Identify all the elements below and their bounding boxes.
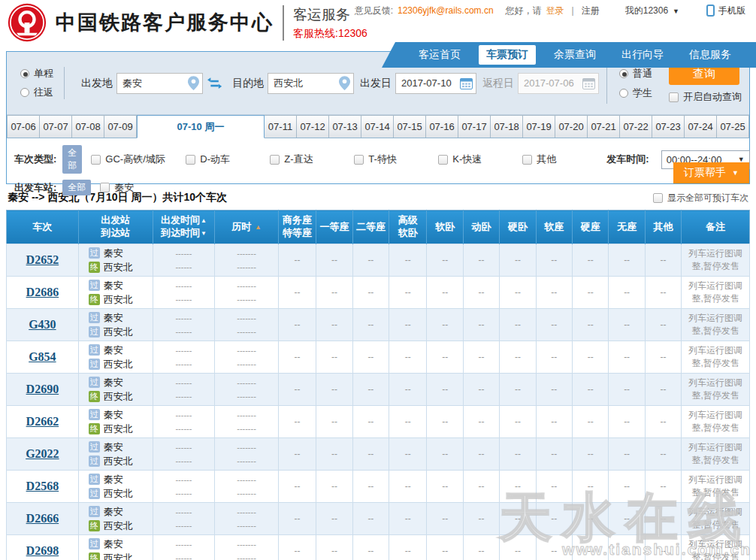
sort-desc-icon[interactable]: ▼ xyxy=(201,230,207,237)
checkbox-icon[interactable] xyxy=(100,183,110,192)
seat-availability-cell: -- xyxy=(573,277,609,309)
seat-availability-cell: -- xyxy=(389,244,427,277)
from-station-name: 秦安 xyxy=(104,375,123,389)
brand: 中国铁路客户服务中心 客运服务 客服热线:12306 xyxy=(8,3,367,42)
train-number-cell: D2698 xyxy=(7,535,79,560)
date-tab[interactable]: 07-06 xyxy=(7,115,40,138)
train-number-link[interactable]: G854 xyxy=(29,350,56,363)
train-number-link[interactable]: D2662 xyxy=(26,415,59,428)
my-12306-menu[interactable]: 我的12306▼ xyxy=(625,5,679,17)
filter-checkbox[interactable]: GC-高铁/城际 xyxy=(91,153,186,166)
location-pin-icon[interactable] xyxy=(188,76,199,90)
feedback-email-link[interactable]: 12306yjfk@rails.com.cn xyxy=(398,5,494,16)
checkbox-label: D-动车 xyxy=(200,153,230,166)
filter-checkbox[interactable]: T-特快 xyxy=(354,153,438,166)
passenger-type-group: 普通学生 xyxy=(619,67,652,100)
seat-availability-cell: -- xyxy=(645,535,681,560)
from-input[interactable] xyxy=(122,77,188,89)
radio-option[interactable]: 往返 xyxy=(20,86,53,99)
seat-availability-cell: -- xyxy=(536,341,572,374)
filter-checkbox[interactable]: K-快速 xyxy=(438,153,522,166)
train-number-link[interactable]: D2652 xyxy=(26,253,59,266)
seat-availability-cell: -- xyxy=(427,535,463,560)
train-number-link[interactable]: D2568 xyxy=(26,480,59,492)
date-tab[interactable]: 07-09 xyxy=(104,115,137,138)
date-tab[interactable]: 07-15 xyxy=(394,115,426,138)
filter-checkbox[interactable]: 其他 xyxy=(522,153,606,166)
train-number-cell: D2568 xyxy=(7,471,79,503)
train-number-link[interactable]: G2022 xyxy=(26,447,59,460)
date-tab[interactable]: 07-22 xyxy=(620,115,652,138)
to-input[interactable] xyxy=(274,77,339,89)
sort-asc-icon[interactable]: ▲ xyxy=(201,217,207,224)
date-tab[interactable]: 07-23 xyxy=(652,115,685,138)
depart-time-value: ------ xyxy=(153,537,215,551)
date-tab[interactable]: 07-16 xyxy=(426,115,458,138)
date-tab[interactable]: 07-18 xyxy=(491,115,523,138)
depart-date-input[interactable] xyxy=(401,77,460,89)
booking-helper-button[interactable]: 订票帮手 ▼ xyxy=(673,162,749,183)
nav-tab[interactable]: 余票查询 xyxy=(541,45,609,65)
page: 意见反馈: 12306yjfk@rails.com.cn 您好，请 登录 | 注… xyxy=(0,0,756,560)
date-tab[interactable]: 07-08 xyxy=(72,115,104,138)
train-number-link[interactable]: D2686 xyxy=(26,286,59,298)
train-number-link[interactable]: D2666 xyxy=(26,512,59,525)
search-panel: 单程往返 出发地 目的地 出发日 返程日 xyxy=(6,51,750,184)
login-link[interactable]: 登录 xyxy=(546,5,564,17)
seat-availability-cell: -- xyxy=(352,406,389,438)
checkbox-icon[interactable] xyxy=(270,155,280,165)
date-tab[interactable]: 07-24 xyxy=(685,115,717,138)
nav-tab[interactable]: 车票预订 xyxy=(479,45,536,65)
swap-stations-icon[interactable] xyxy=(207,77,222,90)
train-number-cell: G2022 xyxy=(7,438,79,471)
date-tab[interactable]: 07-13 xyxy=(329,115,361,138)
checkbox-icon[interactable] xyxy=(91,155,101,165)
filter-checkbox[interactable]: D-动车 xyxy=(186,153,270,166)
auto-query-checkbox[interactable]: 开启自动查询 xyxy=(669,90,742,104)
register-link[interactable]: 注册 xyxy=(582,5,600,17)
radio-icon[interactable] xyxy=(20,69,29,78)
nav-tab[interactable]: 信息服务 xyxy=(676,45,744,65)
date-tab[interactable]: 07-07 xyxy=(40,115,72,138)
seat-availability-cell: -- xyxy=(463,471,499,503)
train-number-link[interactable]: D2698 xyxy=(26,544,59,557)
date-tab[interactable]: 07-25 xyxy=(717,115,749,138)
nav-tab[interactable]: 客运首页 xyxy=(406,45,473,65)
checkbox-icon[interactable] xyxy=(186,155,195,165)
checkbox-icon[interactable] xyxy=(438,155,448,165)
radio-icon[interactable] xyxy=(20,88,29,97)
filter-checkbox[interactable]: Z-直达 xyxy=(270,153,354,166)
sort-asc-icon[interactable]: ▲ xyxy=(255,223,262,231)
date-tab[interactable]: 07-14 xyxy=(361,115,394,138)
depart-station-all-badge[interactable]: 全部 xyxy=(62,180,91,195)
train-type-all-badge[interactable]: 全部 xyxy=(62,145,82,174)
nav-tab[interactable]: 出行向导 xyxy=(609,45,676,65)
col-train[interactable]: 车次 xyxy=(7,210,79,244)
col-duration[interactable]: 历时 ▲ xyxy=(215,210,279,244)
filter-checkbox[interactable]: 秦安 xyxy=(100,181,195,195)
date-tab[interactable]: 07-12 xyxy=(297,115,329,138)
checkbox-label: GC-高铁/城际 xyxy=(105,153,165,166)
radio-icon[interactable] xyxy=(619,89,628,98)
train-number-link[interactable]: D2690 xyxy=(26,383,59,395)
checkbox-icon[interactable] xyxy=(522,155,532,165)
col-times[interactable]: 出发时间▲ 到达时间▼ xyxy=(153,210,215,244)
location-pin-icon[interactable] xyxy=(339,76,350,90)
seat-availability-cell: -- xyxy=(352,374,389,406)
checkbox-icon[interactable] xyxy=(669,92,679,102)
radio-option[interactable]: 普通 xyxy=(619,67,652,80)
radio-icon[interactable] xyxy=(619,69,628,78)
train-number-link[interactable]: G430 xyxy=(29,318,56,331)
return-date-input[interactable] xyxy=(524,77,582,89)
date-tab[interactable]: 07-20 xyxy=(555,115,588,138)
radio-option[interactable]: 学生 xyxy=(619,86,652,100)
date-tab[interactable]: 07-17 xyxy=(458,115,491,138)
date-tab[interactable]: 07-19 xyxy=(523,115,555,138)
date-tab[interactable]: 07-21 xyxy=(588,115,620,138)
date-tab[interactable]: 07-11 xyxy=(265,115,297,138)
checkbox-icon[interactable] xyxy=(354,155,364,165)
mobile-version-link[interactable]: 手机版 xyxy=(706,5,745,17)
radio-option[interactable]: 单程 xyxy=(20,67,53,80)
date-tab[interactable]: 07-10 周一 xyxy=(137,115,265,138)
calendar-icon[interactable] xyxy=(460,77,473,89)
